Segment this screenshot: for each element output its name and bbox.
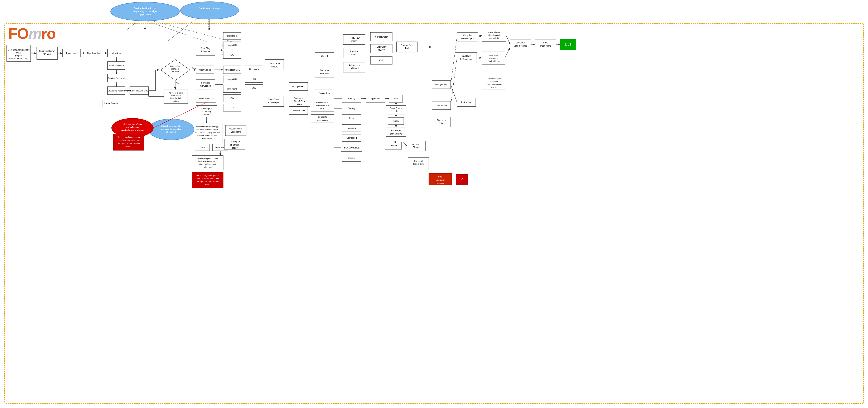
fomo-logo: FOmro	[8, 25, 56, 42]
flowchart-canvas: FOmro Customization in the beginning of …	[0, 0, 868, 408]
svg-point-6	[181, 2, 239, 19]
svg-text:up process: up process	[139, 13, 151, 16]
svg-point-2	[111, 2, 180, 21]
svg-text:Duplication of steps: Duplication of steps	[199, 7, 221, 9]
svg-text:Customization in the: Customization in the	[134, 7, 156, 9]
svg-text:beginning of the sign: beginning of the sign	[133, 10, 156, 12]
main-container	[4, 23, 864, 404]
